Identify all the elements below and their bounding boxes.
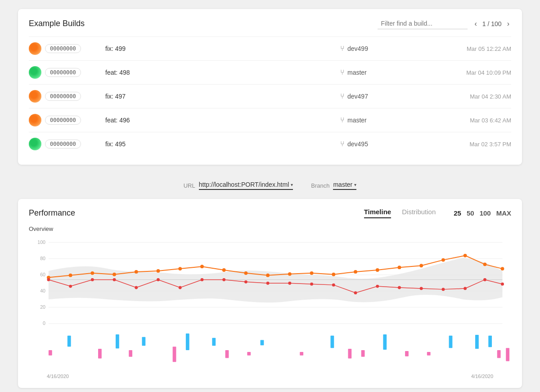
- builds-list: 00000000 fix: 499 ⑂ dev499 Mar 05 12:22 …: [29, 36, 511, 156]
- build-id-badge: 00000000: [45, 68, 81, 77]
- table-row[interactable]: 00000000 fix: 497 ⑂ dev497 Mar 04 2:30 A…: [29, 84, 511, 108]
- svg-point-28: [376, 268, 379, 272]
- svg-rect-79: [497, 350, 501, 358]
- bar-chart-svg: [29, 333, 511, 369]
- svg-point-44: [244, 280, 248, 284]
- branch-dropdown-arrow: ▾: [354, 182, 356, 187]
- branch-icon: ⑂: [340, 116, 345, 124]
- url-dropdown[interactable]: http://localhost:PORT/index.html ▾: [199, 181, 293, 190]
- svg-point-50: [376, 285, 379, 288]
- svg-point-39: [135, 286, 138, 289]
- count-buttons: 25 50 100 MAX: [454, 209, 511, 217]
- build-branch: ⑂ dev499: [340, 45, 430, 53]
- performance-header: Performance Timeline Distribution 25 50 …: [29, 208, 511, 218]
- svg-rect-70: [129, 350, 132, 357]
- branch-icon: ⑂: [340, 45, 345, 53]
- svg-rect-80: [506, 348, 509, 361]
- build-name: fix: 495: [105, 140, 340, 148]
- build-id-cell: 00000000: [29, 138, 105, 150]
- table-row[interactable]: 00000000 feat: 496 ⑂ master Mar 03 6:42 …: [29, 108, 511, 132]
- svg-rect-65: [449, 336, 453, 348]
- svg-point-51: [398, 286, 401, 289]
- table-row[interactable]: 00000000 feat: 498 ⑂ master Mar 04 10:09…: [29, 60, 511, 84]
- svg-text:60: 60: [40, 272, 45, 277]
- svg-rect-64: [383, 334, 387, 350]
- avatar: [29, 90, 41, 103]
- svg-text:20: 20: [40, 304, 45, 310]
- date-labels: 4/16/2020 4/16/2020: [29, 370, 511, 379]
- svg-rect-72: [225, 350, 229, 358]
- svg-text:40: 40: [40, 288, 45, 293]
- svg-point-14: [69, 274, 72, 277]
- svg-point-23: [266, 274, 270, 277]
- build-date: Mar 04 10:09 PM: [430, 69, 511, 76]
- svg-point-48: [332, 284, 335, 287]
- svg-rect-58: [116, 334, 119, 348]
- table-row[interactable]: 00000000 fix: 495 ⑂ dev495 Mar 02 3:57 P…: [29, 132, 511, 156]
- branch-name: master: [347, 117, 367, 124]
- svg-point-49: [354, 291, 357, 294]
- svg-point-45: [266, 282, 270, 285]
- svg-text:100: 100: [37, 239, 45, 245]
- svg-point-41: [179, 286, 182, 289]
- svg-point-15: [90, 271, 94, 275]
- build-id-cell: 00000000: [29, 42, 105, 55]
- svg-point-20: [200, 265, 204, 268]
- build-id-badge: 00000000: [45, 92, 81, 101]
- next-page-button[interactable]: ›: [505, 19, 511, 29]
- svg-rect-59: [142, 337, 145, 346]
- build-date: Mar 02 3:57 PM: [430, 141, 511, 148]
- svg-point-47: [310, 283, 313, 286]
- build-name: feat: 496: [105, 117, 340, 124]
- svg-text:80: 80: [40, 256, 45, 261]
- branch-dropdown[interactable]: master ▾: [333, 181, 356, 190]
- performance-title: Performance: [29, 208, 75, 218]
- svg-point-34: [501, 267, 504, 270]
- prev-page-button[interactable]: ‹: [473, 19, 479, 29]
- svg-point-36: [69, 285, 72, 288]
- svg-point-33: [483, 262, 487, 266]
- tab-distribution[interactable]: Distribution: [402, 208, 436, 218]
- svg-rect-74: [300, 352, 303, 356]
- branch-name: master: [347, 69, 367, 76]
- avatar: [29, 114, 41, 126]
- build-date: Mar 03 6:42 AM: [430, 117, 511, 124]
- svg-point-46: [288, 282, 291, 285]
- svg-point-24: [288, 272, 292, 276]
- build-name: fix: 497: [105, 93, 340, 100]
- svg-point-38: [113, 278, 116, 281]
- build-name: feat: 498: [105, 69, 340, 76]
- builds-header: Example Builds ‹ 1 / 100 ›: [29, 18, 511, 29]
- svg-point-32: [464, 254, 467, 257]
- build-id-cell: 00000000: [29, 114, 105, 126]
- url-value-text: http://localhost:PORT/index.html: [199, 181, 289, 188]
- performance-tabs: Timeline Distribution: [364, 208, 436, 218]
- build-id-badge: 00000000: [45, 116, 81, 125]
- filter-input[interactable]: [378, 18, 468, 29]
- svg-rect-73: [247, 352, 251, 356]
- build-date: Mar 04 2:30 AM: [430, 93, 511, 100]
- svg-point-18: [157, 269, 160, 273]
- svg-point-54: [464, 287, 467, 290]
- branch-value-text: master: [333, 181, 352, 188]
- performance-card: Performance Timeline Distribution 25 50 …: [18, 199, 522, 388]
- builds-title: Example Builds: [29, 19, 85, 28]
- overview-label: Overview: [29, 225, 511, 232]
- svg-point-16: [112, 273, 116, 276]
- branch-icon: ⑂: [340, 92, 345, 100]
- svg-point-31: [441, 258, 445, 262]
- svg-point-25: [310, 271, 314, 275]
- url-section: URL http://localhost:PORT/index.html ▾: [184, 181, 293, 190]
- svg-point-53: [442, 288, 445, 291]
- svg-point-37: [91, 278, 94, 281]
- count-max-button[interactable]: MAX: [496, 209, 511, 217]
- branch-name: dev497: [347, 93, 368, 100]
- svg-point-30: [419, 264, 423, 267]
- svg-rect-78: [427, 352, 431, 356]
- tab-timeline[interactable]: Timeline: [364, 208, 392, 218]
- builds-card: Example Builds ‹ 1 / 100 › 00000000 fix:…: [18, 9, 522, 165]
- count-50-button[interactable]: 50: [467, 209, 474, 217]
- count-100-button[interactable]: 100: [480, 209, 491, 217]
- table-row[interactable]: 00000000 fix: 499 ⑂ dev499 Mar 05 12:22 …: [29, 36, 511, 60]
- count-25-button[interactable]: 25: [454, 209, 461, 217]
